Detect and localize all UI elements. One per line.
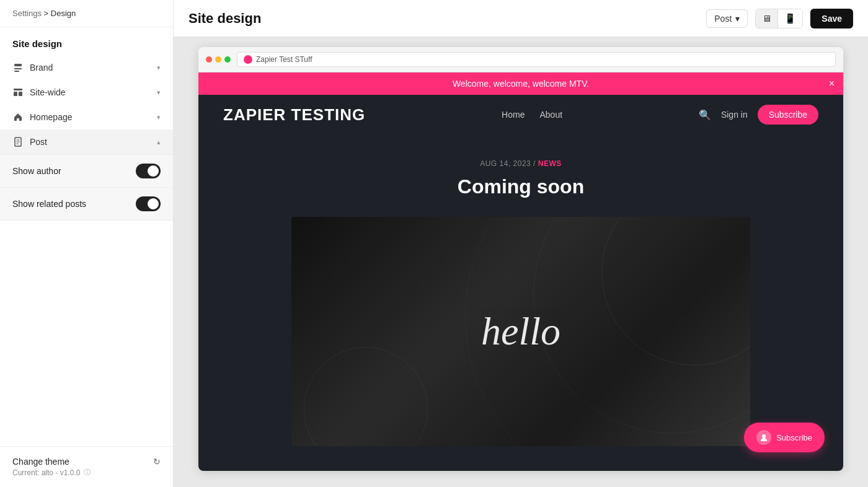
chevron-down-icon: ▾ [157,113,161,121]
post-tag: NEWS [538,159,562,168]
post-type-dropdown[interactable]: Post ▾ [706,9,748,28]
sign-in-link[interactable]: Sign in [721,110,748,120]
svg-rect-4 [14,92,17,96]
breadcrumb-separator: > [44,9,49,18]
sidebar-item-post-label: Post [30,137,47,147]
svg-rect-1 [14,68,22,69]
layout-icon [12,87,24,98]
nav-link-about[interactable]: About [539,110,562,120]
refresh-icon[interactable]: ↻ [153,457,161,467]
browser-dot-yellow [215,56,221,63]
post-meta-separator: / [533,159,538,168]
current-theme-text: Current: alto - v1.0.0 [12,468,80,477]
site-favicon [244,55,252,64]
tag-icon [12,62,24,73]
browser-url-bar: Zapier Test STuff [237,52,836,67]
chevron-down-icon: ▾ [157,89,161,97]
hero-text: hello [481,309,560,354]
browser-dot-red [206,56,212,63]
site-nav-links: Home About [502,110,562,120]
show-author-row: Show author [0,155,173,188]
post-date: AUG 14, 2023 [480,159,531,168]
search-icon[interactable]: 🔍 [699,109,711,121]
main-area: Site design Post ▾ 🖥 📱 Save [174,0,868,487]
show-related-posts-row: Show related posts [0,188,173,221]
sidebar-item-brand[interactable]: Brand ▾ [0,55,173,80]
sidebar-item-post[interactable]: Post ▴ [0,129,173,154]
sidebar: Settings > Design Site design Brand ▾ Si… [0,0,174,487]
file-icon [12,136,24,147]
post-title: Coming soon [211,175,831,198]
svg-point-10 [246,57,250,62]
sidebar-item-sitewide[interactable]: Site-wide ▾ [0,80,173,105]
sidebar-item-homepage[interactable]: Homepage ▾ [0,105,173,129]
mobile-view-button[interactable]: 📱 [778,9,802,28]
svg-point-11 [762,434,766,438]
show-author-toggle[interactable] [136,164,161,178]
show-related-posts-toggle[interactable] [136,196,161,211]
home-icon [12,112,24,123]
hero-image: hello [291,217,750,446]
chevron-up-icon: ▴ [157,138,161,146]
post-settings-panel: Show author Show related posts [0,154,173,221]
site-banner: Welcome, welcome, welcome MTV. × [198,72,843,95]
browser-mockup: Zapier Test STuff Welcome, welcome, welc… [198,47,843,471]
show-author-label: Show author [12,166,61,176]
desktop-view-button[interactable]: 🖥 [756,9,778,28]
sidebar-section-title: Site design [0,27,173,55]
preview-area: Zapier Test STuff Welcome, welcome, welc… [174,37,868,487]
info-icon: ⓘ [84,468,91,477]
browser-url-text: Zapier Test STuff [256,55,312,64]
show-related-posts-label: Show related posts [12,199,86,209]
topbar-right: Post ▾ 🖥 📱 Save [706,9,853,29]
banner-close-icon[interactable]: × [829,78,835,89]
change-theme-label: Change theme ↻ [12,457,161,467]
post-meta: AUG 14, 2023 / NEWS [211,159,831,168]
sidebar-item-sitewide-label: Site-wide [30,87,66,97]
page-title: Site design [188,11,261,27]
subscribe-button-nav[interactable]: Subscribe [758,105,818,125]
dropdown-chevron-icon: ▾ [735,14,740,24]
site-nav-right: 🔍 Sign in Subscribe [699,105,818,125]
svg-rect-0 [14,64,22,66]
float-avatar [756,430,771,445]
save-button[interactable]: Save [810,9,853,29]
chevron-down-icon: ▾ [157,64,161,72]
site-nav: ZAPIER TESTING Home About 🔍 Sign in Subs… [198,95,843,134]
change-theme-section: Change theme ↻ Current: alto - v1.0.0 ⓘ [0,446,173,487]
floating-subscribe-button[interactable]: Subscribe [744,423,825,452]
svg-rect-2 [14,71,19,72]
site-preview: Welcome, welcome, welcome MTV. × ZAPIER … [198,72,843,471]
floating-subscribe-label: Subscribe [776,433,812,442]
site-post-content: AUG 14, 2023 / NEWS Coming soon [198,134,843,471]
breadcrumb-current: Design [51,9,76,18]
browser-dot-green [224,56,231,63]
sidebar-item-brand-label: Brand [30,63,53,72]
browser-bar: Zapier Test STuff [198,47,843,72]
change-theme-text: Change theme [12,457,69,467]
site-logo: ZAPIER TESTING [223,105,365,125]
breadcrumb-parent[interactable]: Settings [12,9,42,18]
browser-dots [206,56,231,63]
topbar: Site design Post ▾ 🖥 📱 Save [174,0,868,37]
svg-rect-3 [14,89,22,90]
change-theme-sub: Current: alto - v1.0.0 ⓘ [12,468,161,477]
post-dropdown-label: Post [714,14,732,24]
banner-text: Welcome, welcome, welcome MTV. [453,79,589,89]
svg-rect-5 [19,92,22,96]
device-switcher: 🖥 📱 [755,9,803,29]
breadcrumb: Settings > Design [0,0,173,27]
sidebar-item-homepage-label: Homepage [30,112,73,122]
nav-link-home[interactable]: Home [502,110,525,120]
